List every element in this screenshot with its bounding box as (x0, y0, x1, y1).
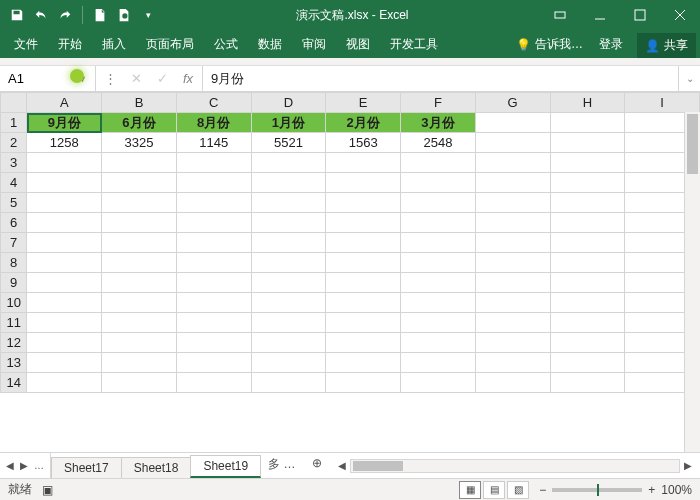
cell[interactable] (326, 333, 401, 353)
cell[interactable] (326, 293, 401, 313)
expand-formula-bar-icon[interactable]: ⌄ (678, 66, 700, 91)
cell[interactable] (401, 253, 476, 273)
cell[interactable] (27, 293, 102, 313)
cell[interactable] (251, 173, 326, 193)
close-icon[interactable] (660, 0, 700, 30)
tab-home[interactable]: 开始 (48, 31, 92, 58)
cell[interactable] (401, 213, 476, 233)
tab-formulas[interactable]: 公式 (204, 31, 248, 58)
column-header[interactable]: A (27, 93, 102, 113)
cell[interactable] (176, 153, 251, 173)
zoom-out-icon[interactable]: − (539, 483, 546, 497)
cell[interactable] (251, 353, 326, 373)
cell[interactable] (326, 153, 401, 173)
cell[interactable] (326, 213, 401, 233)
cell[interactable] (475, 173, 550, 193)
nav-more[interactable]: … (34, 460, 44, 471)
cell[interactable] (27, 333, 102, 353)
cell[interactable] (27, 253, 102, 273)
cell[interactable] (176, 353, 251, 373)
cell[interactable] (176, 333, 251, 353)
cell[interactable] (27, 173, 102, 193)
cell[interactable] (251, 153, 326, 173)
cell[interactable] (401, 353, 476, 373)
cell[interactable] (251, 253, 326, 273)
cell[interactable] (27, 213, 102, 233)
cell[interactable] (326, 193, 401, 213)
cell[interactable] (550, 133, 625, 153)
cell[interactable] (550, 313, 625, 333)
cell[interactable] (550, 233, 625, 253)
tab-review[interactable]: 审阅 (292, 31, 336, 58)
cell[interactable] (27, 313, 102, 333)
redo-icon[interactable] (54, 4, 76, 26)
cell[interactable] (27, 373, 102, 393)
cell[interactable] (326, 173, 401, 193)
cell[interactable] (475, 133, 550, 153)
cell[interactable] (550, 113, 625, 133)
cell[interactable] (326, 233, 401, 253)
cell[interactable] (251, 213, 326, 233)
column-header[interactable]: B (102, 93, 177, 113)
cell[interactable]: 8月份 (176, 113, 251, 133)
cell[interactable] (475, 233, 550, 253)
column-header[interactable]: H (550, 93, 625, 113)
cell[interactable] (401, 313, 476, 333)
new-sheet-button[interactable]: ⊕ (304, 453, 330, 478)
cell[interactable] (401, 293, 476, 313)
macro-record-icon[interactable]: ▣ (42, 483, 53, 497)
cell[interactable] (102, 353, 177, 373)
cell[interactable] (475, 153, 550, 173)
cell[interactable] (475, 273, 550, 293)
cell[interactable] (176, 233, 251, 253)
column-header[interactable]: C (176, 93, 251, 113)
scroll-left-icon[interactable]: ◀ (334, 460, 350, 471)
zoom-in-icon[interactable]: + (648, 483, 655, 497)
share-button[interactable]: 👤共享 (637, 33, 696, 58)
cell[interactable] (475, 313, 550, 333)
row-header[interactable]: 3 (1, 153, 27, 173)
row-header[interactable]: 5 (1, 193, 27, 213)
cell[interactable] (401, 153, 476, 173)
cell[interactable] (102, 153, 177, 173)
cell[interactable] (401, 273, 476, 293)
cell[interactable] (401, 373, 476, 393)
cell[interactable] (475, 353, 550, 373)
cell[interactable]: 2548 (401, 133, 476, 153)
cell[interactable] (102, 333, 177, 353)
scroll-right-icon[interactable]: ▶ (680, 460, 696, 471)
row-header[interactable]: 1 (1, 113, 27, 133)
cell[interactable] (251, 293, 326, 313)
sheet-tab[interactable]: Sheet18 (121, 457, 192, 478)
cell[interactable] (401, 193, 476, 213)
cell[interactable] (251, 313, 326, 333)
cell[interactable] (401, 233, 476, 253)
page-break-view-icon[interactable]: ▧ (507, 481, 529, 499)
fx-icon[interactable]: fx (180, 71, 196, 86)
cell[interactable]: 1258 (27, 133, 102, 153)
cell[interactable] (475, 213, 550, 233)
cell[interactable] (27, 353, 102, 373)
sheet-tab[interactable]: Sheet19 (190, 455, 261, 478)
cell[interactable] (102, 193, 177, 213)
cell[interactable] (176, 373, 251, 393)
scrollbar-thumb[interactable] (687, 114, 698, 174)
cell[interactable] (102, 213, 177, 233)
tab-page-layout[interactable]: 页面布局 (136, 31, 204, 58)
cell[interactable] (251, 373, 326, 393)
row-header[interactable]: 8 (1, 253, 27, 273)
cell[interactable] (550, 193, 625, 213)
column-header[interactable]: E (326, 93, 401, 113)
save-icon[interactable] (6, 4, 28, 26)
horizontal-scrollbar[interactable]: ◀ ▶ (330, 453, 701, 478)
undo-icon[interactable] (30, 4, 52, 26)
cell[interactable] (475, 373, 550, 393)
cell[interactable]: 1月份 (251, 113, 326, 133)
login-link[interactable]: 登录 (589, 31, 633, 58)
row-header[interactable]: 12 (1, 333, 27, 353)
name-box[interactable]: A1 ▼ (0, 66, 96, 91)
row-header[interactable]: 4 (1, 173, 27, 193)
cell[interactable] (27, 193, 102, 213)
new-file-icon[interactable] (89, 4, 111, 26)
cell[interactable] (102, 313, 177, 333)
